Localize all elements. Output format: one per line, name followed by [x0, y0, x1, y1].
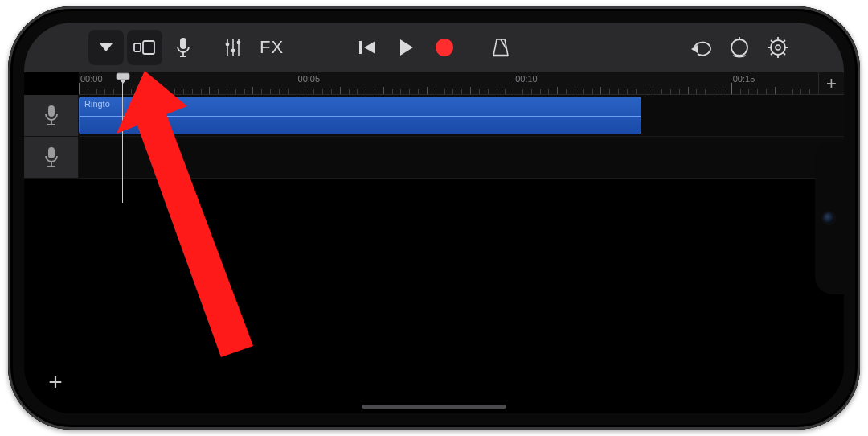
metronome-button[interactable] — [483, 30, 518, 65]
region-waveform — [80, 116, 641, 117]
phone-frame: FX — [8, 6, 860, 430]
audio-region[interactable]: Ringto — [79, 97, 641, 134]
svg-point-15 — [436, 39, 453, 56]
svg-point-19 — [731, 39, 747, 56]
fx-button[interactable]: FX — [254, 30, 289, 65]
svg-point-9 — [226, 43, 230, 47]
svg-point-11 — [237, 41, 241, 45]
svg-rect-3 — [180, 38, 186, 49]
ruler-label: 00:10 — [515, 74, 538, 84]
svg-rect-32 — [48, 105, 55, 117]
add-track-button[interactable]: + — [42, 368, 69, 396]
phone-notch — [815, 142, 844, 294]
svg-line-26 — [771, 40, 773, 43]
track-row[interactable] — [24, 137, 844, 179]
ruler-label: 00:05 — [298, 74, 321, 84]
track-controls-button[interactable] — [215, 30, 251, 65]
time-ruler[interactable]: 00:00 00:05 00:10 00:15 + — [79, 72, 844, 95]
svg-rect-12 — [359, 41, 362, 54]
microphone-button[interactable] — [166, 30, 201, 65]
my-songs-menu-button[interactable] — [88, 30, 124, 65]
home-indicator[interactable] — [362, 405, 506, 409]
svg-rect-35 — [48, 147, 55, 158]
track-header[interactable] — [24, 137, 79, 179]
svg-point-10 — [231, 49, 235, 53]
mic-track-icon — [44, 105, 59, 127]
play-button[interactable] — [388, 30, 424, 65]
track-row[interactable]: Ringto — [24, 95, 844, 137]
tracks-view-button[interactable] — [127, 30, 162, 65]
settings-button[interactable] — [760, 30, 796, 65]
record-button[interactable] — [427, 30, 462, 65]
svg-line-27 — [783, 52, 785, 55]
ruler-label: 00:00 — [80, 74, 103, 84]
add-section-button[interactable]: + — [818, 72, 844, 94]
svg-point-21 — [776, 45, 780, 50]
svg-line-29 — [771, 52, 773, 55]
svg-rect-30 — [117, 73, 129, 80]
loop-browser-button[interactable] — [722, 30, 757, 65]
svg-line-28 — [783, 40, 785, 43]
undo-button[interactable] — [683, 30, 719, 65]
playhead-line — [122, 82, 123, 203]
svg-marker-14 — [400, 39, 413, 56]
svg-marker-13 — [364, 41, 375, 54]
region-label: Ringto — [84, 99, 110, 109]
tracks-area: Ringto — [24, 95, 844, 413]
top-toolbar: FX — [24, 23, 844, 72]
svg-rect-1 — [134, 43, 141, 51]
svg-rect-2 — [143, 41, 154, 54]
rewind-button[interactable] — [350, 30, 385, 65]
app-screen: FX — [24, 23, 844, 413]
svg-marker-31 — [120, 80, 126, 84]
mic-track-icon — [44, 146, 59, 169]
track-header[interactable] — [24, 95, 79, 137]
playhead-handle[interactable] — [116, 72, 130, 84]
svg-marker-0 — [100, 43, 113, 51]
fx-label: FX — [260, 37, 284, 58]
ruler-label: 00:15 — [733, 74, 755, 84]
